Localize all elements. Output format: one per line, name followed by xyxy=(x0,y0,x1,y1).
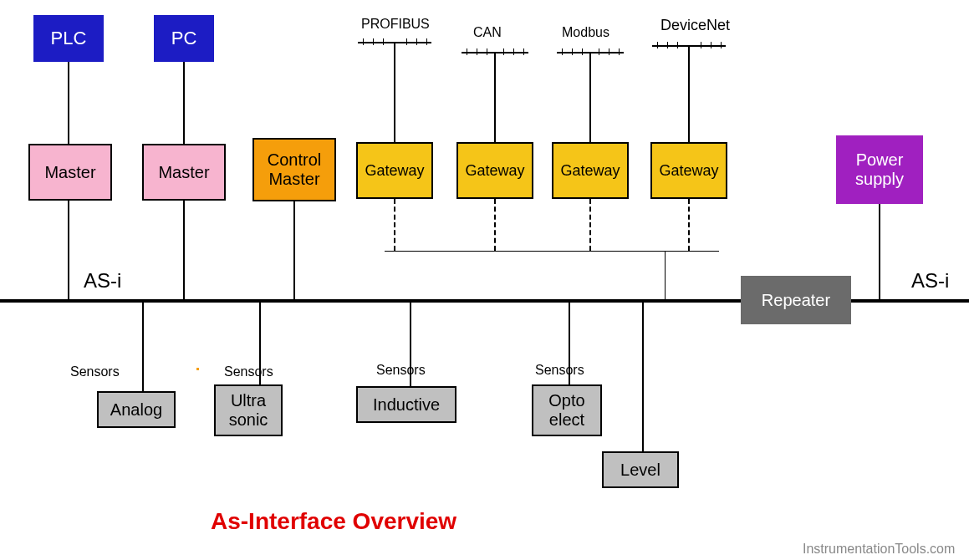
modbus-tick5 xyxy=(609,48,609,55)
plc-box: PLC xyxy=(33,15,104,62)
as-i-left: AS-i xyxy=(84,269,121,293)
v-gw1-d xyxy=(394,199,395,251)
devicenet-tick2 xyxy=(667,42,668,48)
modbus-tick4 xyxy=(599,48,599,55)
opto-label: Opto elect xyxy=(548,391,584,430)
modbus-tick1 xyxy=(562,48,563,55)
v-plc-master xyxy=(68,62,69,144)
devicenet-label: DeviceNet xyxy=(660,17,730,34)
inductive-box: Inductive xyxy=(356,386,456,423)
master2-box: Master xyxy=(142,144,226,201)
can-tick2 xyxy=(477,48,477,55)
pc-box: PC xyxy=(154,15,214,62)
analog-box: Analog xyxy=(97,391,176,428)
modbus-v xyxy=(589,52,591,142)
v-master2-bus xyxy=(183,201,185,301)
control-master-label: Control Master xyxy=(268,150,321,189)
profibus-tick2 xyxy=(373,38,374,45)
can-tick1 xyxy=(467,48,467,55)
source-label: InstrumentationTools.com xyxy=(803,542,955,557)
as-i-right: AS-i xyxy=(911,269,949,293)
gw-horizontal xyxy=(385,251,719,252)
devicenet-v xyxy=(688,45,690,142)
power-supply-box: Power supply xyxy=(836,135,923,204)
level-box: Level xyxy=(602,451,679,488)
profibus-tick5 xyxy=(416,38,417,45)
bus-right xyxy=(851,299,969,303)
profibus-tick1 xyxy=(363,38,364,45)
sensors-label-4: Sensors xyxy=(535,363,584,378)
modbus-tick2 xyxy=(572,48,573,55)
devicenet-tick4 xyxy=(701,42,701,48)
level-label: Level xyxy=(620,461,660,480)
can-tick5 xyxy=(513,48,514,55)
control-master-box: Control Master xyxy=(252,138,336,201)
v-control-bus xyxy=(293,201,295,301)
sensors-label-1: Sensors xyxy=(70,364,120,379)
devicenet-tick1 xyxy=(657,42,658,48)
dot xyxy=(196,368,199,370)
profibus-label: PROFIBUS xyxy=(361,17,430,32)
can-tick6 xyxy=(523,48,524,55)
modbus-tick6 xyxy=(619,48,620,55)
v-sensor-level xyxy=(642,301,644,451)
pc-label: PC xyxy=(171,28,197,49)
diagram-title: As-Interface Overview xyxy=(211,508,456,535)
sensors-label-3: Sensors xyxy=(376,363,426,378)
profibus-v xyxy=(394,42,395,142)
master1-box: Master xyxy=(28,144,112,201)
can-label: CAN xyxy=(473,25,502,40)
gateway3-label: Gateway xyxy=(560,162,620,180)
modbus-label: Modbus xyxy=(562,25,609,40)
can-v xyxy=(494,52,496,142)
devicenet-tick5 xyxy=(711,42,711,48)
gateway1-box: Gateway xyxy=(356,142,433,199)
can-tick3 xyxy=(487,48,487,55)
analog-label: Analog xyxy=(110,400,162,420)
profibus-tick6 xyxy=(426,38,427,45)
repeater-box: Repeater xyxy=(741,276,851,324)
power-supply-label: Power supply xyxy=(855,150,904,189)
master2-label: Master xyxy=(158,163,209,182)
profibus-tick4 xyxy=(406,38,407,45)
opto-box: Opto elect xyxy=(532,384,602,436)
v-gw3-d xyxy=(589,199,591,251)
can-tick4 xyxy=(503,48,504,55)
v-pc-master xyxy=(183,62,185,144)
ultrasonic-label: Ultra sonic xyxy=(229,391,268,430)
repeater-label: Repeater xyxy=(762,291,830,310)
plc-label: PLC xyxy=(51,28,87,49)
ultrasonic-box: Ultra sonic xyxy=(214,384,283,436)
master1-label: Master xyxy=(44,163,95,182)
gateway4-box: Gateway xyxy=(650,142,727,199)
v-gw-bus xyxy=(665,251,666,301)
gateway1-label: Gateway xyxy=(365,162,424,180)
gateway2-box: Gateway xyxy=(456,142,533,199)
v-sensor-analog xyxy=(142,301,144,391)
gateway2-label: Gateway xyxy=(465,162,524,180)
modbus-tick3 xyxy=(582,48,583,55)
v-gw2-d xyxy=(494,199,496,251)
sensors-label-2: Sensors xyxy=(224,364,273,379)
v-master1-bus xyxy=(68,201,69,301)
profibus-tick3 xyxy=(383,38,384,45)
devicenet-tick3 xyxy=(677,42,678,48)
v-power-bus xyxy=(879,204,880,301)
devicenet-tick6 xyxy=(721,42,722,48)
gateway3-box: Gateway xyxy=(552,142,629,199)
gateway4-label: Gateway xyxy=(659,162,718,180)
v-gw4-d xyxy=(688,199,690,251)
bus-left xyxy=(0,299,741,303)
inductive-label: Inductive xyxy=(373,395,440,415)
